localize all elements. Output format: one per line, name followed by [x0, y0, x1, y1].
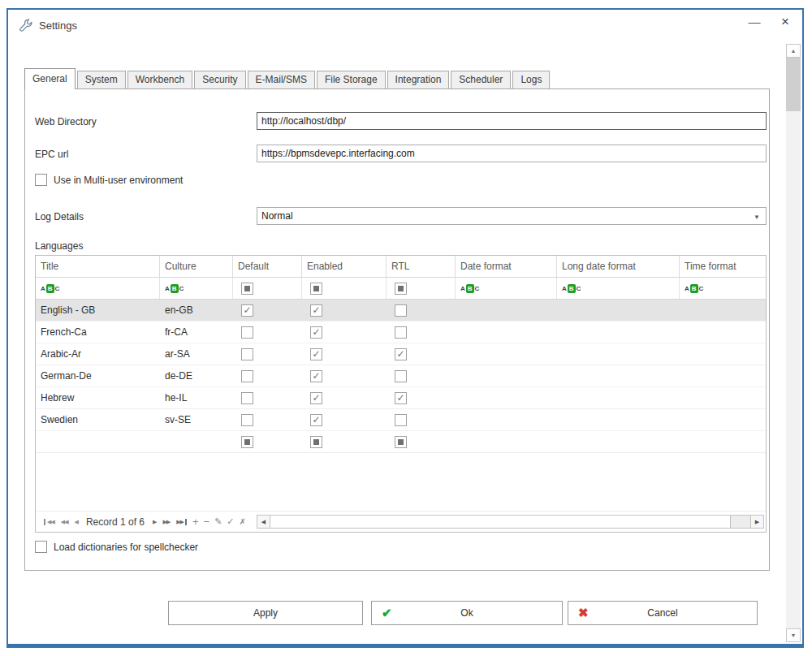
enabled-checkbox[interactable]: ✓ [310, 370, 322, 382]
table-row[interactable]: French-Ca fr-CA ✓ ✓ ✓ [36, 322, 766, 343]
tab-file-storage[interactable]: File Storage [317, 71, 386, 88]
new-rtl-checkbox[interactable] [395, 436, 407, 448]
nav-delete-icon[interactable]: − [204, 516, 210, 528]
tab-integration[interactable]: Integration [387, 71, 450, 88]
cell-culture: fr-CA [160, 322, 233, 343]
scroll-left-icon[interactable]: ◀ [257, 516, 270, 528]
default-checkbox[interactable]: ✓ [241, 326, 253, 339]
enabled-checkbox[interactable]: ✓ [310, 326, 322, 339]
enabled-checkbox[interactable]: ✓ [310, 304, 322, 317]
spellchecker-checkbox[interactable] [35, 541, 47, 553]
enabled-checkbox[interactable]: ✓ [310, 348, 322, 360]
rtl-checkbox[interactable]: ✓ [395, 392, 407, 404]
tab-system[interactable]: System [77, 71, 126, 88]
rtl-checkbox[interactable]: ✓ [395, 414, 407, 426]
multiuser-checkbox[interactable] [35, 174, 47, 186]
scroll-down-icon[interactable]: ▼ [786, 628, 801, 642]
spellchecker-checkbox-row: Load dictionaries for spellchecker [35, 541, 198, 553]
new-default-checkbox[interactable] [241, 436, 253, 448]
epc-url-input[interactable] [257, 145, 767, 162]
enabled-checkbox[interactable]: ✓ [310, 392, 322, 404]
close-button[interactable]: × [778, 14, 793, 30]
cancel-button[interactable]: ✖Cancel [568, 601, 758, 625]
languages-label: Languages [35, 240, 83, 252]
vertical-scrollbar[interactable]: ▲ ▼ [786, 44, 801, 642]
minimize-button[interactable]: — [747, 15, 762, 28]
cell-culture: ar-SA [160, 343, 233, 365]
text-filter-icon[interactable]: ABC [685, 284, 703, 293]
ok-button[interactable]: ✔Ok [371, 601, 563, 625]
text-filter-icon[interactable]: ABC [165, 284, 184, 293]
text-filter-icon[interactable]: ABC [460, 284, 479, 293]
nav-commit-icon[interactable]: ✓ [227, 516, 234, 527]
tab-email-sms[interactable]: E-Mail/SMS [248, 71, 315, 88]
spellchecker-label: Load dictionaries for spellchecker [54, 542, 198, 553]
new-enabled-checkbox[interactable] [310, 436, 322, 448]
table-row[interactable]: Hebrew he-IL ✓ ✓ ✓ [36, 387, 766, 409]
nav-cancel-icon[interactable]: ✗ [240, 517, 246, 526]
filter-enabled-checkbox[interactable] [310, 283, 322, 295]
column-header-culture[interactable]: Culture [160, 256, 233, 277]
nav-next-icon[interactable]: ▶ [153, 519, 156, 525]
scroll-up-icon[interactable]: ▲ [786, 44, 801, 58]
web-directory-input[interactable] [257, 112, 767, 130]
default-checkbox[interactable]: ✓ [241, 304, 253, 317]
rtl-checkbox[interactable]: ✓ [395, 348, 407, 360]
column-header-title[interactable]: Title [36, 256, 160, 277]
table-row[interactable]: Swedien sv-SE ✓ ✓ ✓ [36, 409, 766, 431]
column-header-time-format[interactable]: Time format [680, 256, 766, 277]
nav-add-icon[interactable]: + [192, 516, 199, 528]
check-icon: ✓ [312, 327, 320, 338]
rtl-checkbox[interactable]: ✓ [395, 304, 407, 317]
cancel-label: Cancel [647, 607, 677, 619]
nav-prev-icon[interactable]: ◀ [75, 519, 78, 525]
check-icon: ✓ [312, 305, 320, 316]
filter-rtl-checkbox[interactable] [395, 283, 407, 295]
tab-general[interactable]: General [24, 68, 76, 89]
default-checkbox[interactable]: ✓ [241, 392, 253, 404]
table-row[interactable]: English - GB en-GB ✓ ✓ ✓ [36, 300, 766, 322]
column-header-date-format[interactable]: Date format [456, 256, 557, 277]
tab-security[interactable]: Security [194, 71, 245, 88]
red-cross-icon: ✖ [578, 606, 589, 620]
default-checkbox[interactable]: ✓ [241, 414, 253, 426]
grid-new-row[interactable] [36, 431, 766, 453]
nav-edit-icon[interactable]: ✎ [214, 516, 222, 527]
check-icon: ✓ [312, 371, 320, 382]
tab-logs[interactable]: Logs [512, 71, 550, 88]
multiuser-checkbox-row: Use in Multi-user environment [35, 174, 183, 186]
rtl-checkbox[interactable]: ✓ [395, 370, 407, 382]
nav-prev-page-icon[interactable]: ◀◀ [61, 519, 68, 525]
nav-next-page-icon[interactable]: ▶▶ [162, 519, 170, 525]
tab-scheduler[interactable]: Scheduler [451, 71, 511, 88]
log-details-label: Log Details [35, 211, 84, 222]
log-details-dropdown[interactable]: Normal ▼ [257, 207, 767, 225]
horizontal-scrollbar[interactable]: ◀ ▶ [257, 515, 764, 529]
nav-first-icon[interactable]: ◀◀ [44, 519, 54, 525]
record-indicator: Record 1 of 6 [86, 516, 145, 528]
nav-last-icon[interactable]: ▶▶ [176, 519, 187, 525]
table-row[interactable]: German-De de-DE ✓ ✓ ✓ [36, 365, 766, 387]
horizontal-scrollbar-thumb[interactable] [270, 516, 731, 528]
default-checkbox[interactable]: ✓ [241, 348, 253, 360]
enabled-checkbox[interactable]: ✓ [310, 414, 322, 426]
ok-label: Ok [460, 607, 473, 619]
column-header-long-date-format[interactable]: Long date format [557, 256, 680, 277]
wrench-icon [19, 19, 32, 32]
rtl-checkbox[interactable]: ✓ [395, 326, 407, 339]
column-header-rtl[interactable]: RTL [387, 256, 456, 277]
epc-url-label: EPC url [35, 149, 68, 160]
column-header-enabled[interactable]: Enabled [302, 256, 387, 277]
table-row[interactable]: Arabic-Ar ar-SA ✓ ✓ ✓ [36, 343, 766, 365]
apply-button[interactable]: Apply [168, 601, 363, 625]
cell-title: German-De [36, 365, 160, 386]
column-header-default[interactable]: Default [233, 256, 302, 277]
tab-workbench[interactable]: Workbench [127, 71, 192, 88]
apply-label: Apply [253, 607, 278, 619]
text-filter-icon[interactable]: ABC [562, 284, 581, 293]
scroll-right-icon[interactable]: ▶ [750, 516, 763, 528]
vertical-scrollbar-thumb[interactable] [786, 58, 801, 111]
default-checkbox[interactable]: ✓ [241, 370, 253, 382]
text-filter-icon[interactable]: ABC [41, 284, 59, 293]
filter-default-checkbox[interactable] [241, 283, 253, 295]
